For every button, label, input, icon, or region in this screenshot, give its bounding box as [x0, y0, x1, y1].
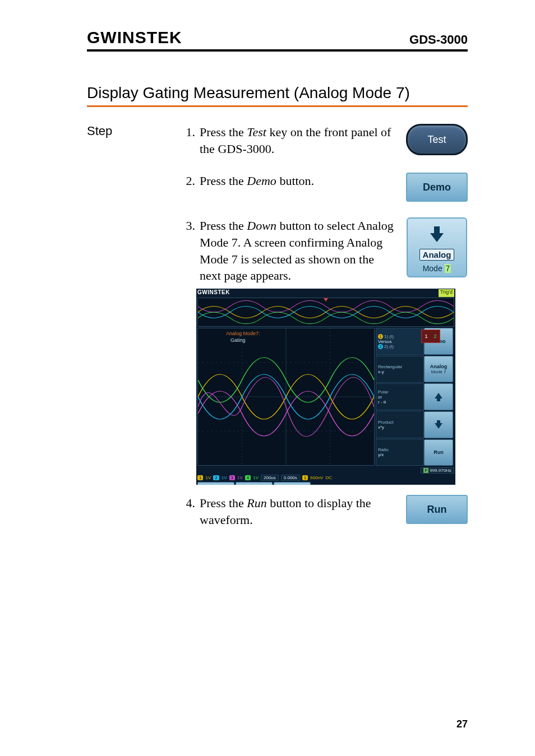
step-label: Step	[87, 124, 179, 138]
scope-menu-sub: x*y	[378, 425, 422, 430]
step-text-em: Demo	[247, 174, 276, 188]
scope-menu-sub: x-y	[378, 369, 422, 374]
scope-delay: 0.000s	[281, 475, 300, 481]
down-arrow-icon	[426, 223, 448, 245]
scope-brand: GWINSTEK	[197, 289, 230, 297]
brand-logo: GWINSTEK	[87, 28, 182, 47]
step-number: 2.	[179, 173, 200, 189]
scope-mode-sub: Gating	[230, 337, 246, 343]
analog-label: Analog	[419, 249, 455, 261]
scope-channel-selector: 1 2	[421, 330, 440, 343]
scope-menu-title: Ratio	[378, 447, 422, 452]
scope-measure-menu: 1 1) (t) Versus 2 2) (t) 1	[376, 328, 424, 466]
scope-bottom-app: APP.	[197, 482, 234, 485]
scope-bottom-power: Power Analysis	[236, 482, 273, 485]
section-title: Display Gating Measurement (Analog Mode …	[87, 84, 468, 102]
scope-freq-label: F	[423, 468, 428, 473]
step-number: 1.	[179, 124, 200, 157]
scope-menu-item: Polar or r - θ	[376, 383, 424, 410]
scope-ch4: 4	[245, 475, 251, 480]
scope-sel-a: 1	[422, 330, 431, 342]
test-key-label: Test	[427, 134, 446, 146]
scope-side-menu: Demo Analog Mode 7 Run	[424, 328, 453, 466]
step-text-em: Run	[247, 496, 266, 510]
mode-prefix: Mode	[423, 264, 442, 273]
scope-menu-sub: y/x	[378, 452, 422, 457]
scope-side-analog: Analog Mode 7	[424, 356, 453, 383]
scope-ch4-val: 1V	[253, 475, 259, 480]
scope-menu-title: 1) (t)	[384, 334, 394, 339]
scope-ch3: 3	[229, 475, 235, 480]
model-label: GDS-3000	[409, 33, 468, 47]
step-number: 3.	[179, 217, 200, 284]
section-rule	[87, 105, 468, 107]
scope-side-label: Run	[433, 449, 444, 455]
scope-menu-sub: or	[378, 395, 422, 400]
scope-ch2: 2	[213, 475, 219, 480]
page-header: GWINSTEK GDS-3000	[87, 28, 468, 52]
step-paragraph: Press the Run button to display the wave…	[200, 495, 396, 528]
scope-freq: F999.970Hz	[421, 467, 454, 474]
step-text-em: Test	[247, 125, 266, 139]
svg-marker-7	[435, 393, 442, 401]
step-paragraph: Press the Demo button.	[200, 173, 396, 189]
scope-menu-item: 1 1) (t) Versus 2 2) (t) 1	[376, 328, 424, 355]
scope-side-run: Run	[424, 439, 453, 466]
scope-side-up	[424, 383, 453, 410]
step-text-pre: Press the	[200, 174, 247, 188]
scope-bottom-demo: Demo	[274, 482, 311, 485]
scope-menu-sub: Versus	[378, 339, 422, 344]
scope-mode-title: Analog Mode7:	[226, 331, 260, 336]
scope-trig-status: Trig'd	[439, 289, 454, 297]
scope-bottom-bar: F999.970Hz 11V 21V 31V 41V 200us 0.000s …	[197, 467, 454, 485]
scope-screenshot: GWINSTEK Trig'd	[196, 289, 455, 485]
test-key-graphic: Test	[406, 124, 468, 155]
step-text-em: Down	[247, 219, 276, 233]
scope-timebase: 200us	[261, 475, 279, 481]
scope-waveform-area: Analog Mode7: Gating	[197, 328, 375, 466]
scope-sel-b: 2	[431, 330, 440, 342]
svg-marker-0	[324, 298, 328, 302]
step-text-pre: Press the	[200, 125, 247, 139]
scope-menu-title: Product	[378, 420, 422, 425]
demo-button-graphic: Demo	[406, 173, 468, 202]
step-text-post: button.	[276, 174, 314, 188]
scope-menu-sub2: 2) (t)	[384, 344, 394, 349]
step-text-pre: Press the	[200, 219, 247, 233]
scope-ch3-val: 1V	[237, 475, 243, 480]
up-arrow-icon	[433, 392, 444, 402]
scope-menu-title: Rectangular	[378, 364, 422, 369]
scope-ch1: 1	[197, 475, 203, 480]
demo-button-label: Demo	[423, 182, 451, 193]
down-arrow-icon	[433, 420, 444, 430]
mode-number: 7	[445, 264, 451, 273]
scope-ch1-val: 1V	[205, 475, 211, 480]
scope-trig-coupling: DC	[325, 475, 332, 480]
svg-marker-8	[435, 420, 442, 429]
scope-menu-item: Rectangular x-y	[376, 356, 424, 383]
scope-overview-strip	[197, 298, 454, 327]
step-row-3: 3. Press the Down button to select Analo…	[87, 217, 468, 284]
run-button-label: Run	[427, 504, 447, 516]
scope-side-sub: Mode 7	[431, 369, 446, 374]
scope-trig-ch: 1	[302, 475, 308, 480]
run-button-graphic: Run	[406, 495, 468, 524]
mode-label: Mode 7	[423, 264, 451, 273]
scope-freq-value: 999.970Hz	[430, 468, 451, 473]
step-row-4: 4. Press the Run button to display the w…	[87, 495, 468, 528]
scope-menu-item: Ratio y/x	[376, 439, 424, 466]
scope-trig-level: 600nV	[310, 475, 323, 480]
step-paragraph: Press the Test key on the front panel of…	[200, 124, 396, 157]
scope-ch2-val: 1V	[222, 475, 227, 480]
step-row-2: 2. Press the Demo button. Demo	[87, 173, 468, 202]
scope-menu-title: Polar	[378, 389, 422, 395]
step-number: 4.	[179, 495, 200, 528]
scope-side-down	[424, 411, 453, 438]
page-number: 27	[456, 718, 468, 730]
scope-menu-item: Product x*y	[376, 411, 424, 438]
step-row-1: Step 1. Press the Test key on the front …	[87, 124, 468, 157]
step-text-pre: Press the	[200, 496, 247, 510]
scope-side-label: Analog	[430, 364, 448, 369]
analog-mode-card: Analog Mode 7	[407, 217, 467, 277]
brand-text: GWINSTEK	[87, 28, 182, 47]
